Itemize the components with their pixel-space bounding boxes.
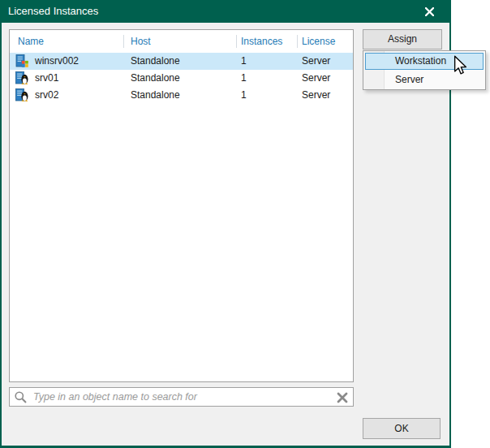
cell-host: Standalone (131, 53, 180, 70)
cell-name: srv02 (35, 87, 58, 104)
window-title: Licensed Instances (8, 0, 98, 23)
cell-license: Server (302, 87, 330, 104)
search-icon (14, 390, 28, 404)
table-row[interactable]: srv02 Standalone 1 Server (10, 87, 353, 104)
column-separator (236, 35, 237, 48)
search-box (9, 387, 354, 407)
assign-menu: Workstation Server (363, 50, 486, 90)
column-header-host[interactable]: Host (131, 30, 151, 53)
screen: Licensed Instances Name Host Instances L… (0, 0, 490, 448)
cell-instances: 1 (241, 70, 247, 87)
cell-host: Standalone (131, 87, 180, 104)
windows-server-icon (15, 54, 28, 67)
list-header: Name Host Instances License (10, 30, 353, 53)
menu-item-workstation[interactable]: Workstation (365, 53, 484, 70)
cell-license: Server (302, 70, 330, 87)
table-row[interactable]: srv01 Standalone 1 Server (10, 70, 353, 87)
ok-button[interactable]: OK (363, 418, 441, 439)
cell-license: Server (302, 53, 330, 70)
linux-server-icon (15, 88, 28, 101)
clear-search-icon (337, 392, 348, 403)
column-separator (123, 35, 124, 48)
column-header-name[interactable]: Name (18, 30, 44, 53)
dialog-border-left (0, 0, 2, 448)
close-button[interactable] (417, 0, 441, 23)
cell-instances: 1 (241, 53, 247, 70)
clear-search-button[interactable] (335, 390, 350, 404)
close-icon (425, 7, 434, 16)
cell-name: srv01 (35, 70, 58, 87)
assign-button[interactable]: Assign (363, 29, 442, 50)
column-separator (297, 35, 298, 48)
search-input[interactable] (32, 388, 332, 406)
column-header-instances[interactable]: Instances (241, 30, 282, 53)
cell-instances: 1 (241, 87, 247, 104)
titlebar: Licensed Instances (0, 0, 451, 23)
cell-host: Standalone (131, 70, 180, 87)
licensed-instances-list: Name Host Instances License (9, 29, 354, 382)
linux-server-icon (15, 71, 28, 84)
table-row[interactable]: winsrv002 Standalone 1 Server (10, 53, 353, 70)
column-header-license[interactable]: License (302, 30, 335, 53)
menu-item-server[interactable]: Server (365, 71, 484, 88)
cell-name: winsrv002 (35, 53, 79, 70)
